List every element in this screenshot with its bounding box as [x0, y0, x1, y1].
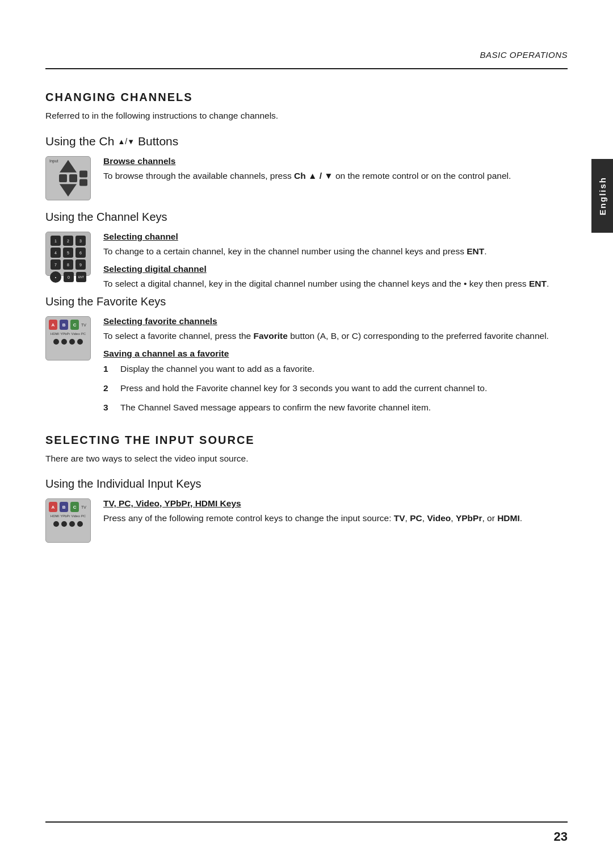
dot-2: [61, 339, 67, 345]
dot-3: [69, 339, 75, 345]
pc-bold: PC: [410, 513, 422, 523]
side-btn-1: [79, 171, 87, 178]
selecting-digital-channel-body: To select a digital channel, key in the …: [103, 277, 568, 291]
key-5: 5: [63, 248, 73, 258]
browse-channels-title: Browse channels: [103, 156, 568, 166]
tv-pc-keys-title: TV, PC, Video, YPbPr, HDMI Keys: [103, 498, 568, 509]
fav-btn-a: A: [49, 320, 57, 330]
vol-up: [59, 174, 67, 182]
using-individual-heading: Using the Individual Input Keys: [45, 477, 568, 490]
keypad-row-1: 1 2 3: [49, 236, 87, 246]
favorite-remote-image: A B C TV HDMIYPbPrVideoPC: [45, 316, 91, 360]
tv-pc-keys-body: Press any of the following remote contro…: [103, 511, 568, 525]
step-3-text: The Channel Saved message appears to con…: [120, 401, 431, 414]
keypad-remote-image: 1 2 3 4 5 6 7 8 9 • 0 ENT: [45, 232, 91, 276]
using-ch-buttons-heading: Using the Ch / Buttons: [45, 135, 568, 148]
bottom-rule: [45, 821, 568, 823]
changing-channels-heading: CHANGING CHANNELS: [45, 91, 568, 104]
ent-bold-2: ENT: [529, 279, 547, 288]
input-btn-c: C: [70, 502, 79, 512]
input-labels: HDMIYPbPrVideoPC: [49, 514, 87, 518]
ch-remote-image: Input: [45, 156, 91, 200]
page-container: CHANGING CHANNELS Referred to in the fol…: [0, 0, 613, 868]
dot-1: [53, 339, 59, 345]
ch-down-btn: [60, 184, 77, 196]
fav-top-row: A B C TV: [49, 320, 87, 330]
fav-btn-b: B: [60, 320, 68, 330]
fav-dots: [53, 339, 83, 345]
video-bold: Video: [427, 513, 451, 523]
arrow-down-icon: [127, 137, 135, 146]
favorite-keys-row: A B C TV HDMIYPbPrVideoPC Selecting favo…: [45, 316, 568, 420]
changing-channels-intro: Referred to in the following instruction…: [45, 111, 568, 121]
step-1: 1 Display the channel you want to add as…: [103, 362, 568, 376]
ch-bold: Ch ▲ / ▼: [294, 171, 333, 181]
channel-keys-text: Selecting channel To change to a certain…: [103, 232, 568, 291]
input-tv-label: TV: [81, 505, 87, 509]
step-2-num: 2: [103, 381, 112, 395]
using-channel-keys-heading: Using the Channel Keys: [45, 211, 568, 224]
input-dot-1: [53, 521, 59, 527]
step-2-text: Press and hold the Favorite channel key …: [120, 381, 487, 395]
key-3: 3: [75, 236, 86, 246]
step-3-num: 3: [103, 401, 112, 414]
channel-keys-row: 1 2 3 4 5 6 7 8 9 • 0 ENT: [45, 232, 568, 291]
input-label: Input: [49, 159, 58, 163]
input-btn-b: B: [60, 502, 68, 512]
using-favorite-keys-heading: Using the Favorite Keys: [45, 295, 568, 308]
selecting-channel-title: Selecting channel: [103, 232, 568, 242]
input-top-row: A B C TV: [49, 502, 87, 512]
key-2: 2: [63, 236, 73, 246]
arrow-up-icon: [117, 137, 125, 146]
fav-btn-c: C: [70, 320, 79, 330]
key-1: 1: [51, 236, 61, 246]
key-6: 6: [75, 248, 86, 258]
selecting-input-heading: SELECTING THE INPUT SOURCE: [45, 434, 568, 447]
keypad-row-2: 4 5 6: [49, 248, 87, 258]
ch-up-btn: [60, 160, 77, 173]
step-2: 2 Press and hold the Favorite channel ke…: [103, 381, 568, 395]
selecting-favorite-title: Selecting favorite channels: [103, 316, 568, 326]
saving-favorite-title: Saving a channel as a favorite: [103, 349, 568, 359]
hdmi-bold: HDMI: [497, 513, 520, 523]
browse-channels-body: To browse through the available channels…: [103, 169, 568, 183]
browse-channels-text: Browse channels To browse through the av…: [103, 156, 568, 183]
input-dot-3: [69, 521, 75, 527]
step-3: 3 The Channel Saved message appears to c…: [103, 401, 568, 414]
selecting-channel-body: To change to a certain channel, key in t…: [103, 245, 568, 258]
key-ent: ENT: [76, 272, 86, 282]
selecting-digital-channel-title: Selecting digital channel: [103, 264, 568, 274]
key-8: 8: [63, 259, 73, 270]
keypad-row-4: • 0 ENT: [49, 271, 87, 283]
individual-keys-row: A B C TV HDMIYPbPrVideoPC TV, PC, Video,…: [45, 498, 568, 543]
dot-4: [77, 339, 83, 345]
keypad-row-3: 7 8 9: [49, 259, 87, 270]
key-7: 7: [51, 259, 61, 270]
input-dots: [53, 521, 83, 527]
saving-favorite-list: 1 Display the channel you want to add as…: [103, 362, 568, 414]
input-remote-image: A B C TV HDMIYPbPrVideoPC: [45, 498, 91, 543]
ypbpr-bold: YPbPr: [456, 513, 482, 523]
vol-dn: [69, 174, 77, 182]
tv-bold: TV: [394, 513, 405, 523]
ent-bold-1: ENT: [467, 246, 484, 256]
individual-keys-text: TV, PC, Video, YPbPr, HDMI Keys Press an…: [103, 498, 568, 525]
selecting-favorite-body: To select a favorite channel, press the …: [103, 329, 568, 343]
step-1-text: Display the channel you want to add as a…: [120, 362, 314, 376]
input-btn-a: A: [49, 502, 57, 512]
browse-channels-row: Input Browse channels To browse through …: [45, 156, 568, 200]
key-0: 0: [64, 272, 74, 282]
favorite-keys-text: Selecting favorite channels To select a …: [103, 316, 568, 420]
input-dot-4: [77, 521, 83, 527]
key-4: 4: [51, 248, 61, 258]
ch-arrows: /: [117, 137, 135, 146]
fav-labels: HDMIYPbPrVideoPC: [49, 332, 87, 336]
side-btn-2: [79, 179, 87, 186]
key-9: 9: [75, 259, 86, 270]
main-content: CHANGING CHANNELS Referred to in the fol…: [45, 34, 568, 543]
step-1-num: 1: [103, 362, 112, 376]
key-dot: •: [50, 271, 61, 283]
input-dot-2: [61, 521, 67, 527]
favorite-bold: Favorite: [254, 331, 288, 341]
tv-label: TV: [81, 323, 87, 327]
